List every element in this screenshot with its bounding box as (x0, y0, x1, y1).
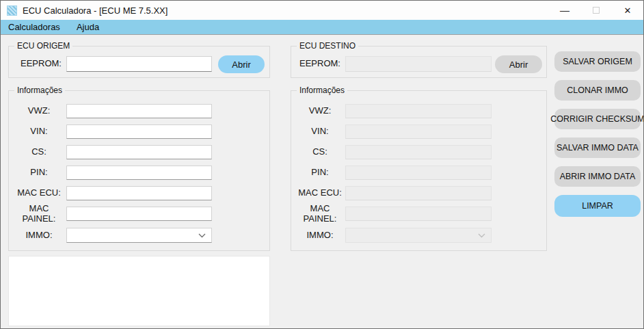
minimize-button[interactable]: — (549, 1, 580, 20)
origem-mac-ecu-input[interactable] (66, 186, 212, 200)
limpar-button[interactable]: LIMPAR (554, 195, 641, 217)
origem-mac-painel-input[interactable] (66, 207, 212, 221)
app-icon (7, 5, 17, 16)
destino-cs-input (345, 145, 492, 159)
salvar-origem-button[interactable]: SALVAR ORIGEM (554, 51, 641, 72)
clonar-immo-button[interactable]: CLONAR IMMO (554, 80, 641, 101)
chevron-down-icon (478, 233, 485, 238)
destino-immo-label: IMMO: (295, 228, 345, 243)
maximize-icon (593, 7, 600, 14)
ecu-destino-group-title: ECU DESTINO (297, 41, 358, 51)
origem-immo-select[interactable] (66, 228, 212, 243)
destino-pin-input (345, 166, 492, 180)
destino-info-group-title: Informações (297, 85, 347, 95)
destino-cs-label: CS: (295, 145, 345, 159)
destino-immo-select (345, 228, 492, 243)
window-title: ECU Calculadora - [ECU ME 7.5.XX] (23, 5, 167, 16)
ecu-origem-group: ECU ORIGEM EEPROM: Abrir (8, 46, 270, 78)
app-window: ECU Calculadora - [ECU ME 7.5.XX] — ✕ Ca… (0, 0, 644, 329)
destino-vin-label: VIN: (295, 124, 345, 139)
destino-info-group: Informações VWZ: VIN: CS: PIN: MAC ECU: … (291, 90, 547, 251)
origem-vin-label: VIN: (13, 124, 65, 139)
salvar-immo-data-button[interactable]: SALVAR IMMO DATA (554, 137, 641, 158)
destino-mac-painel-input (345, 207, 492, 221)
minimize-icon: — (560, 7, 569, 14)
destino-vwz-label: VWZ: (295, 104, 345, 118)
origem-vwz-input[interactable] (66, 104, 212, 118)
window-controls: — ✕ (549, 1, 643, 20)
origem-cs-label: CS: (13, 145, 65, 159)
menu-bar: Calculadoras Ajuda (1, 20, 643, 35)
destino-mac-painel-label: MAC PAINEL: (295, 203, 345, 225)
origem-mac-painel-label: MAC PAINEL: (13, 203, 65, 225)
maximize-button (580, 1, 612, 20)
corrigir-checksum-button[interactable]: CORRIGIR CHECKSUM (554, 109, 641, 129)
ecu-origem-group-title: ECU ORIGEM (14, 41, 72, 51)
origem-cs-input[interactable] (66, 145, 212, 159)
title-bar: ECU Calculadora - [ECU ME 7.5.XX] — ✕ (1, 1, 643, 20)
origem-immo-label: IMMO: (13, 228, 65, 243)
close-icon: ✕ (624, 5, 632, 16)
origem-pin-label: PIN: (13, 166, 65, 180)
destino-mac-ecu-label: MAC ECU: (295, 186, 345, 200)
origem-vin-input[interactable] (66, 124, 212, 139)
destino-vwz-input (345, 104, 492, 118)
menu-item-calculadoras[interactable]: Calculadoras (1, 20, 68, 34)
destino-eeprom-input (345, 56, 492, 72)
chevron-down-icon (198, 233, 206, 238)
destino-pin-label: PIN: (295, 166, 345, 180)
destino-vin-input (345, 124, 492, 139)
origem-info-group-title: Informações (14, 85, 65, 95)
log-output[interactable] (8, 256, 270, 326)
ecu-destino-group: ECU DESTINO EEPROM: Abrir (291, 46, 547, 78)
destino-eeprom-label: EEPROM: (295, 56, 345, 72)
origem-eeprom-input[interactable] (66, 56, 212, 72)
origem-mac-ecu-label: MAC ECU: (13, 186, 65, 200)
origem-vwz-label: VWZ: (13, 104, 65, 118)
destino-mac-ecu-input (345, 186, 492, 200)
origem-eeprom-label: EEPROM: (16, 56, 66, 72)
menu-item-ajuda[interactable]: Ajuda (68, 20, 107, 34)
destino-abrir-button: Abrir (495, 55, 542, 73)
origem-info-group: Informações VWZ: VIN: CS: PIN: MAC ECU: … (8, 90, 270, 251)
origem-pin-input[interactable] (66, 166, 212, 180)
abrir-immo-data-button[interactable]: ABRIR IMMO DATA (554, 166, 641, 187)
close-button[interactable]: ✕ (612, 1, 643, 20)
origem-abrir-button[interactable]: Abrir (218, 55, 265, 73)
